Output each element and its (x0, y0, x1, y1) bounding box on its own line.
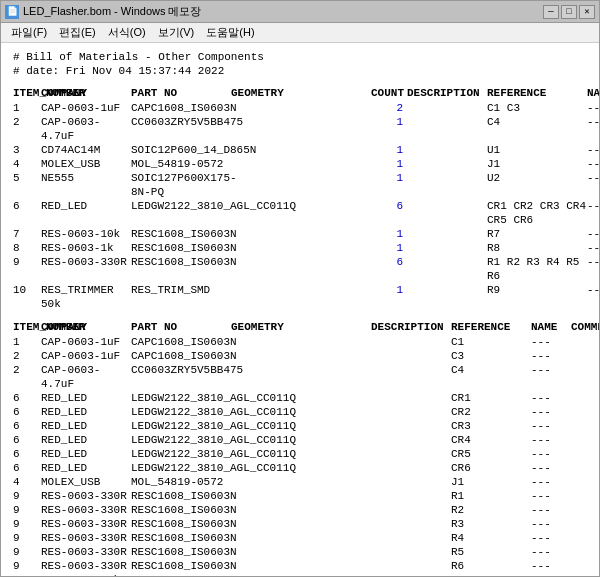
table-row: 6 RED_LED LEDGW2122_3810_AGL_CC011Q CR3 … (13, 419, 587, 433)
title-bar-left: 📄 LED_Flasher.bom - Windows 메모장 (5, 4, 202, 19)
app-icon: 📄 (5, 5, 19, 19)
table-row: 8 RES-0603-1k RESC1608_IS0603N 1 R8 --- (13, 241, 587, 255)
header-count: COUNT (371, 87, 407, 99)
table-row: 9 RES-0603-330R RESC1608_IS0603N R6 --- (13, 559, 587, 573)
header2-part-no: PART NO (131, 321, 231, 333)
table-row: 6 RED_LED LEDGW2122_3810_AGL_CC011Q 6 CR… (13, 199, 587, 227)
header-geometry: GEOMETRY (231, 87, 371, 99)
menu-file[interactable]: 파일(F) (5, 24, 53, 41)
table-row: 9 RES-0603-330R RESC1608_IS0603N 6 R1 R2… (13, 255, 587, 283)
header-description: DESCRIPTION (407, 87, 487, 99)
header2-description: DESCRIPTION (371, 321, 451, 333)
menu-edit[interactable]: 편집(E) (53, 24, 102, 41)
table-row: 3 CD74AC14M SOIC12P600_14_D865N 1 U1 --- (13, 143, 587, 157)
content-area[interactable]: # Bill of Materials - Other Components #… (1, 43, 599, 576)
header-line1: # Bill of Materials - Other Components (13, 51, 587, 63)
table1: ITEM_NUMBER COMPANY PART NO GEOMETRY COU… (13, 87, 587, 311)
header-name: NAME (587, 87, 599, 99)
table1-headers: ITEM_NUMBER COMPANY PART NO GEOMETRY COU… (13, 87, 587, 99)
table-row: 2 CAP-0603-1uF CAPC1608_IS0603N C3 --- (13, 349, 587, 363)
header-item-number: ITEM_NUMBER (13, 87, 41, 99)
header-part-no: PART NO (131, 87, 231, 99)
table-row: 2 CAP-0603-4.7uF CC0603ZRY5V5BB475 1 C4 … (13, 115, 587, 143)
header-reference: REFERENCE (487, 87, 587, 99)
header-company: COMPANY (41, 87, 131, 99)
header-line2: # date: Fri Nov 04 15:37:44 2022 (13, 65, 587, 77)
table-row: 6 RED_LED LEDGW2122_3810_AGL_CC011Q CR1 … (13, 391, 587, 405)
table-row: 4 MOLEX_USB MOL_54819-0572 J1 --- (13, 475, 587, 489)
header2-comment: COMMENT (571, 321, 599, 333)
table-row: 9 RES-0603-330R RESC1608_IS0603N R5 --- (13, 545, 587, 559)
title-bar: 📄 LED_Flasher.bom - Windows 메모장 ─ □ ✕ (1, 1, 599, 23)
table2-headers: ITEM_NUMBER COMPANY PART NO GEOMETRY DES… (13, 321, 587, 333)
header2-name: NAME (531, 321, 571, 333)
table-row: 9 RES-0603-330R RESC1608_IS0603N R3 --- (13, 517, 587, 531)
table-row: 9 RES-0603-330R RESC1608_IS0603N R1 --- (13, 489, 587, 503)
table-row: 2 CAP-0603-4.7uF CC0603ZRY5V5BB475 C4 --… (13, 363, 587, 391)
table-row: 7 RES-0603-10k RESC1608_IS0603N 1 R7 --- (13, 227, 587, 241)
menu-bar: 파일(F) 편집(E) 서식(O) 보기(V) 도움말(H) (1, 23, 599, 43)
menu-help[interactable]: 도움말(H) (200, 24, 260, 41)
table-row: 4 MOLEX_USB MOL_54819-0572 1 J1 --- (13, 157, 587, 171)
menu-view[interactable]: 보기(V) (152, 24, 201, 41)
table2: ITEM_NUMBER COMPANY PART NO GEOMETRY DES… (13, 321, 587, 576)
table-row: 9 RES-0603-330R RESC1608_IS0603N R2 --- (13, 503, 587, 517)
close-button[interactable]: ✕ (579, 5, 595, 19)
table-row: 7 RES-0603-10k RESC1608_IS0603N R7 --- (13, 573, 587, 576)
minimize-button[interactable]: ─ (543, 5, 559, 19)
header2-geometry: GEOMETRY (231, 321, 371, 333)
table-row: 6 RED_LED LEDGW2122_3810_AGL_CC011Q CR4 … (13, 433, 587, 447)
table-row: 9 RES-0603-330R RESC1608_IS0603N R4 --- (13, 531, 587, 545)
table-row: 10 RES_TRIMMER 50k RES_TRIM_SMD 1 R9 --- (13, 283, 587, 311)
title-controls: ─ □ ✕ (543, 5, 595, 19)
main-window: 📄 LED_Flasher.bom - Windows 메모장 ─ □ ✕ 파일… (0, 0, 600, 577)
header2-company: COMPANY (41, 321, 131, 333)
header2-item-number: ITEM_NUMBER (13, 321, 41, 333)
table-row: 1 CAP-0603-1uF CAPC1608_IS0603N C1 --- (13, 335, 587, 349)
header2-reference: REFERENCE (451, 321, 531, 333)
table-row: 5 NE555 SOIC127P600X175-8N-PQ 1 U2 --- (13, 171, 587, 199)
menu-format[interactable]: 서식(O) (102, 24, 152, 41)
maximize-button[interactable]: □ (561, 5, 577, 19)
table-row: 6 RED_LED LEDGW2122_3810_AGL_CC011Q CR2 … (13, 405, 587, 419)
table-row: 6 RED_LED LEDGW2122_3810_AGL_CC011Q CR6 … (13, 461, 587, 475)
window-title: LED_Flasher.bom - Windows 메모장 (23, 4, 202, 19)
table-row: 1 CAP-0603-1uF CAPC1608_IS0603N 2 C1 C3 … (13, 101, 587, 115)
table-row: 6 RED_LED LEDGW2122_3810_AGL_CC011Q CR5 … (13, 447, 587, 461)
